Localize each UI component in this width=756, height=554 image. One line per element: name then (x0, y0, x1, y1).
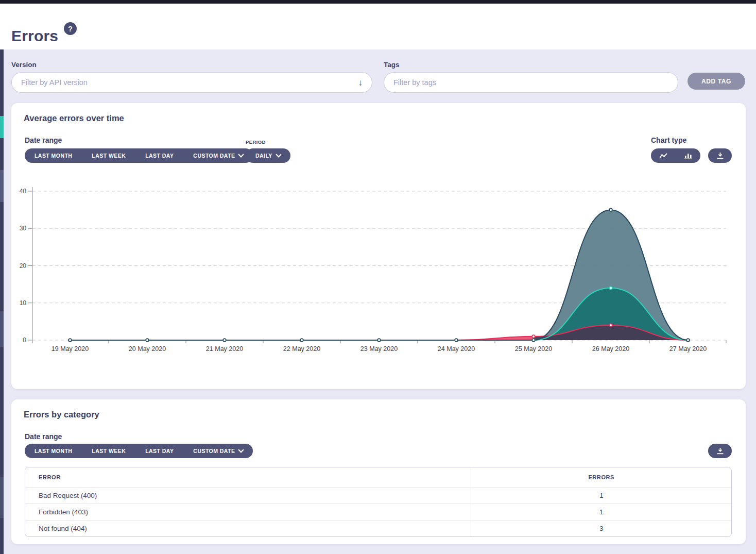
tags-filter-input[interactable] (384, 73, 678, 92)
svg-text:19 May 2020: 19 May 2020 (51, 345, 89, 352)
download-table-button[interactable] (708, 444, 732, 458)
sidebar-active-indicator (0, 116, 4, 138)
table-row: Bad Request (400) 1 (25, 488, 731, 504)
svg-text:30: 30 (20, 225, 27, 232)
svg-text:20 May 2020: 20 May 2020 (129, 345, 166, 352)
line-chart-icon (659, 153, 668, 159)
period-select[interactable]: DAILY (246, 148, 290, 163)
svg-text:24 May 2020: 24 May 2020 (438, 345, 475, 352)
errors-over-time-chart: 01020304019 May 202020 May 202021 May 20… (15, 183, 734, 358)
date-range-button-group: LAST MONTH LAST WEEK LAST DAY CUSTOM DAT… (25, 444, 253, 458)
version-filter-input[interactable] (12, 73, 358, 92)
add-tag-button[interactable]: ADD TAG (688, 73, 745, 90)
card-title: Errors by category (24, 410, 99, 419)
column-header-error: ERROR (25, 467, 471, 488)
sidebar-item-edge (0, 311, 4, 347)
error-count-cell: 1 (471, 504, 731, 521)
table-row: Forbidden (403) 1 (25, 504, 731, 521)
chart-type-button-group (651, 148, 700, 163)
version-label: Version (11, 61, 37, 69)
errors-by-category-table: ERROR ERRORS Bad Request (400) 1 Forbidd… (25, 467, 732, 537)
chart-type-label: Chart type (651, 136, 686, 144)
last-day-button[interactable]: LAST DAY (135, 148, 183, 163)
last-month-button[interactable]: LAST MONTH (25, 148, 82, 163)
sidebar-edge (0, 4, 4, 554)
custom-date-button[interactable]: CUSTOM DATE (183, 148, 253, 163)
window-top-edge (0, 0, 756, 4)
table-header-row: ERROR ERRORS (25, 467, 731, 488)
period-select-group: DAILY (246, 148, 290, 163)
tags-filter-field (384, 72, 678, 93)
card-title: Average errors over time (24, 113, 124, 123)
download-chart-button[interactable] (708, 148, 732, 163)
chevron-down-icon (238, 152, 244, 157)
help-icon[interactable]: ? (64, 22, 77, 35)
last-month-button[interactable]: LAST MONTH (25, 444, 82, 458)
period-label: PERIOD (246, 139, 266, 145)
date-range-label: Date range (25, 136, 62, 144)
svg-text:10: 10 (20, 299, 27, 307)
page-header: Errors ? (0, 4, 756, 49)
error-name-cell: Bad Request (400) (25, 488, 471, 504)
error-name-cell: Forbidden (403) (25, 504, 471, 521)
line-chart-type-button[interactable] (651, 148, 676, 163)
arrow-down-icon[interactable]: ↓ (358, 78, 372, 87)
average-errors-card: Average errors over time Date range LAST… (11, 103, 746, 389)
bar-chart-icon (684, 153, 692, 159)
sidebar-item-edge (0, 477, 4, 518)
sidebar-item-edge (0, 170, 4, 202)
last-day-button[interactable]: LAST DAY (135, 444, 183, 458)
table-row: Not found (404) 3 (25, 521, 731, 536)
error-count-cell: 3 (471, 521, 731, 536)
svg-text:20: 20 (20, 262, 27, 270)
svg-text:21 May 2020: 21 May 2020 (206, 345, 243, 352)
tags-label: Tags (384, 61, 400, 69)
errors-by-category-card: Errors by category Date range LAST MONTH… (11, 399, 746, 544)
error-name-cell: Not found (404) (25, 521, 471, 536)
date-range-label: Date range (25, 432, 62, 441)
custom-date-button[interactable]: CUSTOM DATE (183, 444, 253, 458)
svg-text:26 May 2020: 26 May 2020 (592, 345, 629, 352)
svg-text:0: 0 (23, 337, 26, 344)
version-filter-field: ↓ (11, 72, 372, 93)
svg-text:27 May 2020: 27 May 2020 (669, 345, 707, 352)
chevron-down-icon (276, 152, 281, 157)
svg-text:40: 40 (20, 188, 27, 195)
column-header-errors: ERRORS (471, 467, 731, 488)
page-title: Errors (11, 27, 58, 45)
chevron-down-icon (238, 447, 244, 452)
bar-chart-type-button[interactable] (676, 148, 700, 163)
download-icon (716, 152, 724, 159)
svg-text:23 May 2020: 23 May 2020 (360, 345, 398, 352)
svg-text:25 May 2020: 25 May 2020 (515, 345, 552, 352)
date-range-button-group: LAST MONTH LAST WEEK LAST DAY CUSTOM DAT… (25, 148, 253, 163)
last-week-button[interactable]: LAST WEEK (82, 148, 135, 163)
last-week-button[interactable]: LAST WEEK (82, 444, 135, 458)
error-count-cell: 1 (471, 488, 731, 504)
svg-text:22 May 2020: 22 May 2020 (283, 345, 320, 352)
download-icon (716, 447, 724, 455)
